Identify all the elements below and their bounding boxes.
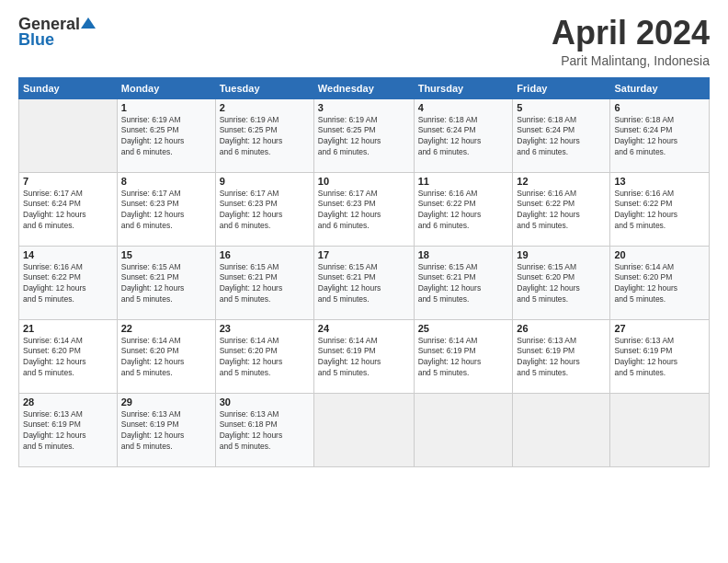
col-header-tuesday: Tuesday (215, 77, 313, 98)
day-number: 7 (23, 176, 113, 187)
day-number: 20 (614, 249, 705, 260)
day-info: Sunrise: 6:19 AM Sunset: 6:25 PM Dayligh… (121, 115, 211, 159)
calendar-cell: 16Sunrise: 6:15 AM Sunset: 6:21 PM Dayli… (215, 246, 313, 319)
day-number: 21 (23, 323, 113, 334)
day-number: 19 (517, 249, 606, 260)
day-info: Sunrise: 6:16 AM Sunset: 6:22 PM Dayligh… (418, 189, 509, 233)
calendar-cell: 1Sunrise: 6:19 AM Sunset: 6:25 PM Daylig… (117, 98, 215, 172)
day-info: Sunrise: 6:18 AM Sunset: 6:24 PM Dayligh… (517, 115, 606, 159)
calendar-cell: 18Sunrise: 6:15 AM Sunset: 6:21 PM Dayli… (414, 246, 513, 319)
logo-icon (81, 16, 96, 30)
day-info: Sunrise: 6:16 AM Sunset: 6:22 PM Dayligh… (517, 189, 606, 233)
day-number: 9 (220, 176, 310, 187)
day-number: 30 (220, 396, 310, 408)
subtitle: Parit Malintang, Indonesia (552, 53, 710, 68)
title-area: April 2024 Parit Malintang, Indonesia (552, 15, 710, 68)
calendar-cell: 30Sunrise: 6:13 AM Sunset: 6:18 PM Dayli… (215, 393, 313, 466)
day-number: 23 (220, 323, 310, 334)
calendar-cell: 7Sunrise: 6:17 AM Sunset: 6:24 PM Daylig… (19, 172, 118, 246)
calendar-cell: 23Sunrise: 6:14 AM Sunset: 6:20 PM Dayli… (215, 319, 313, 393)
main-title: April 2024 (552, 15, 710, 52)
col-header-sunday: Sunday (19, 77, 118, 98)
day-number: 24 (318, 323, 410, 334)
day-number: 15 (121, 249, 211, 260)
day-info: Sunrise: 6:15 AM Sunset: 6:21 PM Dayligh… (318, 262, 410, 306)
day-number: 14 (23, 249, 113, 260)
day-info: Sunrise: 6:17 AM Sunset: 6:23 PM Dayligh… (121, 189, 211, 233)
calendar-week-4: 28Sunrise: 6:13 AM Sunset: 6:19 PM Dayli… (19, 393, 710, 466)
page: General Blue April 2024 Parit Malintang,… (0, 0, 728, 563)
day-number: 6 (614, 102, 705, 113)
calendar-cell: 25Sunrise: 6:14 AM Sunset: 6:19 PM Dayli… (414, 319, 513, 393)
day-info: Sunrise: 6:13 AM Sunset: 6:18 PM Dayligh… (220, 409, 310, 454)
day-number: 13 (614, 176, 705, 187)
calendar-table: SundayMondayTuesdayWednesdayThursdayFrid… (18, 77, 710, 467)
day-info: Sunrise: 6:13 AM Sunset: 6:19 PM Dayligh… (121, 409, 211, 454)
calendar-cell: 3Sunrise: 6:19 AM Sunset: 6:25 PM Daylig… (313, 98, 414, 172)
calendar-cell (610, 393, 710, 466)
calendar-cell: 19Sunrise: 6:15 AM Sunset: 6:20 PM Dayli… (513, 246, 610, 319)
calendar-week-2: 14Sunrise: 6:16 AM Sunset: 6:22 PM Dayli… (19, 246, 710, 319)
day-info: Sunrise: 6:14 AM Sunset: 6:20 PM Dayligh… (121, 336, 211, 380)
svg-marker-0 (81, 17, 96, 29)
header: General Blue April 2024 Parit Malintang,… (18, 15, 710, 68)
calendar-cell: 8Sunrise: 6:17 AM Sunset: 6:23 PM Daylig… (117, 172, 215, 246)
day-info: Sunrise: 6:17 AM Sunset: 6:24 PM Dayligh… (23, 189, 113, 233)
calendar-cell: 26Sunrise: 6:13 AM Sunset: 6:19 PM Dayli… (513, 319, 610, 393)
calendar-cell: 4Sunrise: 6:18 AM Sunset: 6:24 PM Daylig… (414, 98, 513, 172)
day-number: 18 (418, 249, 509, 260)
calendar-cell: 6Sunrise: 6:18 AM Sunset: 6:24 PM Daylig… (610, 98, 710, 172)
day-info: Sunrise: 6:13 AM Sunset: 6:19 PM Dayligh… (23, 409, 113, 454)
day-number: 12 (517, 176, 606, 187)
calendar-cell (414, 393, 513, 466)
calendar-cell (313, 393, 414, 466)
col-header-monday: Monday (117, 77, 215, 98)
calendar-cell: 21Sunrise: 6:14 AM Sunset: 6:20 PM Dayli… (19, 319, 118, 393)
day-info: Sunrise: 6:16 AM Sunset: 6:22 PM Dayligh… (23, 262, 113, 306)
day-number: 2 (220, 102, 310, 113)
calendar-cell: 28Sunrise: 6:13 AM Sunset: 6:19 PM Dayli… (19, 393, 118, 466)
calendar-cell: 2Sunrise: 6:19 AM Sunset: 6:25 PM Daylig… (215, 98, 313, 172)
calendar-cell: 29Sunrise: 6:13 AM Sunset: 6:19 PM Dayli… (117, 393, 215, 466)
day-info: Sunrise: 6:17 AM Sunset: 6:23 PM Dayligh… (318, 189, 410, 233)
day-number: 5 (517, 102, 606, 113)
logo-blue-text: Blue (18, 30, 54, 50)
calendar-cell: 12Sunrise: 6:16 AM Sunset: 6:22 PM Dayli… (513, 172, 610, 246)
col-header-saturday: Saturday (610, 77, 710, 98)
calendar-cell (19, 98, 118, 172)
day-number: 22 (121, 323, 211, 334)
calendar-cell: 9Sunrise: 6:17 AM Sunset: 6:23 PM Daylig… (215, 172, 313, 246)
calendar-cell: 17Sunrise: 6:15 AM Sunset: 6:21 PM Dayli… (313, 246, 414, 319)
day-number: 29 (121, 396, 211, 408)
day-info: Sunrise: 6:15 AM Sunset: 6:21 PM Dayligh… (220, 262, 310, 306)
day-number: 1 (121, 102, 211, 113)
day-number: 8 (121, 176, 211, 187)
calendar-cell: 22Sunrise: 6:14 AM Sunset: 6:20 PM Dayli… (117, 319, 215, 393)
calendar-cell: 10Sunrise: 6:17 AM Sunset: 6:23 PM Dayli… (313, 172, 414, 246)
day-number: 25 (418, 323, 509, 334)
day-number: 10 (318, 176, 410, 187)
day-info: Sunrise: 6:14 AM Sunset: 6:19 PM Dayligh… (318, 336, 410, 380)
day-number: 11 (418, 176, 509, 187)
calendar-header-row: SundayMondayTuesdayWednesdayThursdayFrid… (19, 77, 710, 98)
calendar-cell: 27Sunrise: 6:13 AM Sunset: 6:19 PM Dayli… (610, 319, 710, 393)
day-info: Sunrise: 6:19 AM Sunset: 6:25 PM Dayligh… (318, 115, 410, 159)
calendar-cell: 15Sunrise: 6:15 AM Sunset: 6:21 PM Dayli… (117, 246, 215, 319)
day-info: Sunrise: 6:16 AM Sunset: 6:22 PM Dayligh… (614, 189, 705, 233)
day-number: 3 (318, 102, 410, 113)
day-info: Sunrise: 6:15 AM Sunset: 6:21 PM Dayligh… (418, 262, 509, 306)
day-number: 16 (220, 249, 310, 260)
day-info: Sunrise: 6:13 AM Sunset: 6:19 PM Dayligh… (517, 336, 606, 380)
calendar-cell (513, 393, 610, 466)
day-info: Sunrise: 6:14 AM Sunset: 6:20 PM Dayligh… (220, 336, 310, 380)
day-number: 28 (23, 396, 113, 408)
day-info: Sunrise: 6:13 AM Sunset: 6:19 PM Dayligh… (614, 336, 705, 380)
calendar-cell: 5Sunrise: 6:18 AM Sunset: 6:24 PM Daylig… (513, 98, 610, 172)
col-header-wednesday: Wednesday (313, 77, 414, 98)
day-number: 4 (418, 102, 509, 113)
day-info: Sunrise: 6:18 AM Sunset: 6:24 PM Dayligh… (418, 115, 509, 159)
calendar-cell: 24Sunrise: 6:14 AM Sunset: 6:19 PM Dayli… (313, 319, 414, 393)
calendar-week-3: 21Sunrise: 6:14 AM Sunset: 6:20 PM Dayli… (19, 319, 710, 393)
day-info: Sunrise: 6:19 AM Sunset: 6:25 PM Dayligh… (220, 115, 310, 159)
day-number: 27 (614, 323, 705, 334)
